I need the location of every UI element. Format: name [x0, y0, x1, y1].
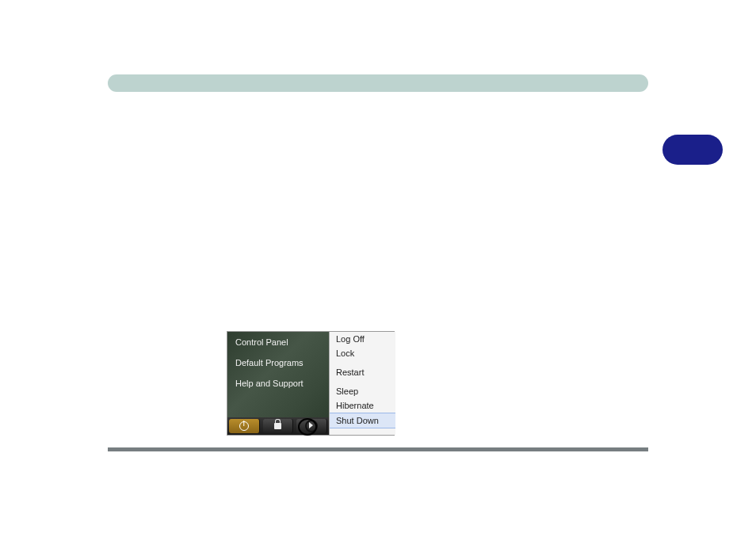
power-menu-item: Hibernate — [330, 398, 395, 413]
power-icon — [239, 421, 249, 431]
lock-button — [263, 419, 294, 433]
header-pill-bar — [108, 74, 648, 92]
power-menu-item-highlighted: Shut Down — [330, 413, 395, 428]
start-menu-power-bar — [227, 417, 329, 435]
power-options-menu: Log Off Lock Restart Sleep Hibernate Shu… — [329, 332, 395, 435]
options-arrow-button — [296, 419, 327, 433]
power-button — [229, 419, 260, 433]
start-menu-item: Default Programs — [227, 352, 329, 373]
power-menu-item: Restart — [330, 365, 395, 379]
power-menu-item: Log Off — [330, 332, 395, 346]
start-menu-screenshot: Control Panel Default Programs Help and … — [227, 331, 395, 436]
start-menu-item: Help and Support — [227, 373, 329, 394]
power-menu-item: Sleep — [330, 384, 395, 398]
start-menu-left-panel: Control Panel Default Programs Help and … — [227, 332, 329, 435]
section-divider — [108, 447, 648, 451]
power-menu-item: Lock — [330, 346, 395, 360]
document-page: Control Panel Default Programs Help and … — [0, 0, 756, 533]
arrow-right-icon — [305, 420, 318, 432]
start-menu-item: Control Panel — [227, 332, 329, 352]
lock-icon — [274, 423, 281, 429]
side-badge-pill — [662, 135, 723, 165]
